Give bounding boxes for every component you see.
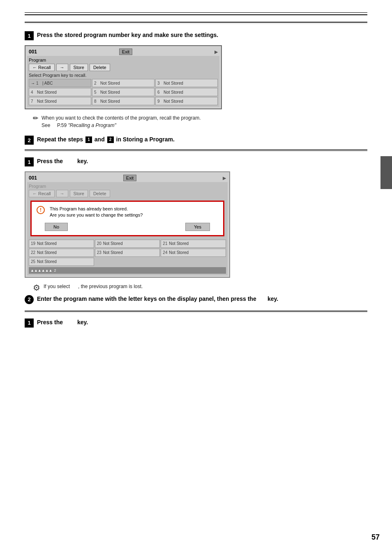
screen1-program-label: Program [29, 58, 218, 62]
cell4-content: Not Stored [37, 90, 57, 95]
cell2-num: 2 [94, 81, 99, 85]
cell-24: 24 Not Stored [161, 249, 226, 257]
section2-step1-block: 1 Press the key. [25, 157, 367, 166]
section3-step1-block: 1 Press the key. [25, 319, 367, 328]
screen1-cell-9: 9 Not Stored [155, 97, 218, 105]
screen1-cell-7: 7 Not Stored [29, 97, 91, 105]
step2-text: Repeat the steps 1 and 2 in Storing a Pr… [37, 136, 175, 144]
top-lines [0, 0, 392, 15]
cell6-num: 6 [157, 90, 162, 95]
screen1-ui: 001 Exit ▶ Program ← Recall → Store Dele… [25, 45, 222, 109]
cell2-content: Not Stored [100, 81, 120, 85]
screen2-toolbar: ← Recall → Store Delete [29, 190, 226, 197]
screen2-recall-btn: ← Recall [29, 190, 55, 197]
section3-step1-text: Press the key. [37, 319, 88, 327]
step1-block: 1 Press the stored program number key an… [25, 31, 367, 40]
section3-content: 1 Press the key. [0, 319, 392, 328]
cell-23: 23 Not Stored [95, 249, 160, 257]
cell1-content: | ABC [42, 81, 53, 85]
screen2-status-bar: ▲▲▲▲▲▲ 2 [29, 267, 226, 274]
section3-top-divider [25, 311, 367, 312]
screen2-delete-btn: Delete [90, 190, 110, 197]
section3-step1-num: 1 [25, 319, 34, 328]
dialog-warning-icon: ! [37, 206, 45, 214]
warning-text: If you select , the previous program is … [44, 283, 143, 290]
screen2-arrow: → [56, 190, 68, 197]
dialog-line1: This Program has already been stored. [50, 206, 143, 212]
screen2-program-label: Program [29, 184, 226, 189]
screen1-cell-5: 5 Not Stored [92, 88, 154, 96]
status-text: ▲▲▲▲▲▲ [30, 268, 52, 272]
screen1-cell-4: 4 Not Stored [29, 88, 91, 96]
screen1-cell-1: → 1 | ABC [29, 79, 91, 87]
screen2-scroll: ▶ [223, 175, 226, 181]
section1-sub-divider [25, 23, 367, 24]
step1-number: 1 [25, 31, 34, 40]
note1-line1: When you want to check the contents of t… [42, 115, 201, 121]
cell9-num: 9 [157, 99, 162, 104]
cell7-content: Not Stored [37, 99, 57, 104]
cell-25: 25 Not Stored [29, 258, 94, 266]
note1-see: See P.59 "Recalling a Program" [42, 122, 116, 128]
section2-step2-block: 2 Enter the program name with the letter… [25, 295, 367, 304]
screen2-bottom-grid: 19 Not Stored 20 Not Stored 21 Not Store… [29, 240, 226, 266]
note1-block: ✏ When you want to check the contents of… [33, 114, 367, 129]
section2-content: 1 Press the key. 001 Exit ▶ Program ← Re… [0, 157, 392, 304]
section3-sub-divider [25, 312, 367, 313]
step1-text: Press the stored program number key and … [37, 31, 218, 39]
cell-22: 22 Not Stored [29, 249, 94, 257]
right-tab [380, 156, 392, 189]
dialog-text: This Program has already been stored. Ar… [50, 206, 143, 219]
cell5-num: 5 [94, 90, 99, 95]
section1-content: 1 Press the stored program number key an… [0, 31, 392, 145]
screen1-body: Program ← Recall → Store Delete Select P… [27, 56, 219, 107]
screen1-grid: → 1 | ABC 2 Not Stored 3 Not Stored 4 [29, 79, 218, 105]
cell1-num: 1 [36, 81, 41, 85]
screen2-store-btn: Store [70, 190, 88, 197]
dialog-content: ! This Program has already been stored. … [37, 206, 218, 219]
screen2-ui: 001 Exit ▶ Program ← Recall → Store Dele… [25, 171, 230, 278]
screen1-select-label: Select Program key to recall. [29, 73, 218, 78]
screen1-toolbar: ← Recall → Store Delete [29, 64, 218, 71]
screen2-exit-btn[interactable]: Exit [123, 175, 136, 181]
screen1-recall-btn[interactable]: ← Recall [29, 64, 55, 71]
step2-number: 2 [25, 136, 34, 145]
cell3-num: 3 [157, 81, 162, 85]
screen1-display-num: 001 [29, 49, 37, 55]
screen2-dialog: ! This Program has already been stored. … [30, 201, 224, 236]
cell6-content: Not Stored [164, 90, 183, 95]
screen1-arrow: → [56, 64, 68, 71]
cell1-arrow: → [31, 81, 35, 85]
gear-warning-icon: ⚙ [33, 283, 40, 293]
cell-19: 19 Not Stored [29, 240, 94, 248]
cell-20: 20 Not Stored [95, 240, 160, 248]
section2-step2-num: 2 [25, 295, 34, 304]
screen1-store-btn[interactable]: Store [70, 64, 88, 71]
screen1-cell-2: 2 Not Stored [92, 79, 154, 87]
section2-sub-divider [25, 151, 367, 152]
top-line-thin [25, 12, 367, 13]
scroll-indicator: ▶ [214, 49, 218, 55]
section2-step1-num: 1 [25, 157, 34, 166]
status-num: 2 [54, 268, 56, 272]
pencil-icon: ✏ [33, 114, 38, 122]
dialog-buttons: No Yes [37, 223, 218, 231]
screen1-cell-3: 3 Not Stored [155, 79, 218, 87]
dialog-line2: Are you sure you want to change the sett… [50, 212, 143, 218]
warning-block: ⚙ If you select , the previous program i… [33, 283, 367, 293]
screen1-exit-btn[interactable]: Exit [119, 48, 132, 55]
note1-italic: "Recalling a Program" [68, 122, 116, 128]
cell5-content: Not Stored [100, 90, 120, 95]
section2-top-divider [25, 150, 367, 150]
cell4-num: 4 [31, 90, 36, 95]
step2-block: 2 Repeat the steps 1 and 2 in Storing a … [25, 136, 367, 145]
section2-step1-text: Press the key. [37, 157, 88, 166]
screen1-delete-btn[interactable]: Delete [90, 64, 110, 71]
dialog-yes-btn[interactable]: Yes [185, 223, 210, 231]
dialog-no-btn[interactable]: No [45, 223, 68, 231]
section1-top-divider [25, 22, 367, 23]
screen2-display-num: 001 [29, 175, 37, 181]
top-line-thick [25, 14, 367, 15]
screen2-body: Program ← Recall → Store Delete ! This [27, 182, 228, 275]
inline-step2: 2 [107, 136, 114, 143]
